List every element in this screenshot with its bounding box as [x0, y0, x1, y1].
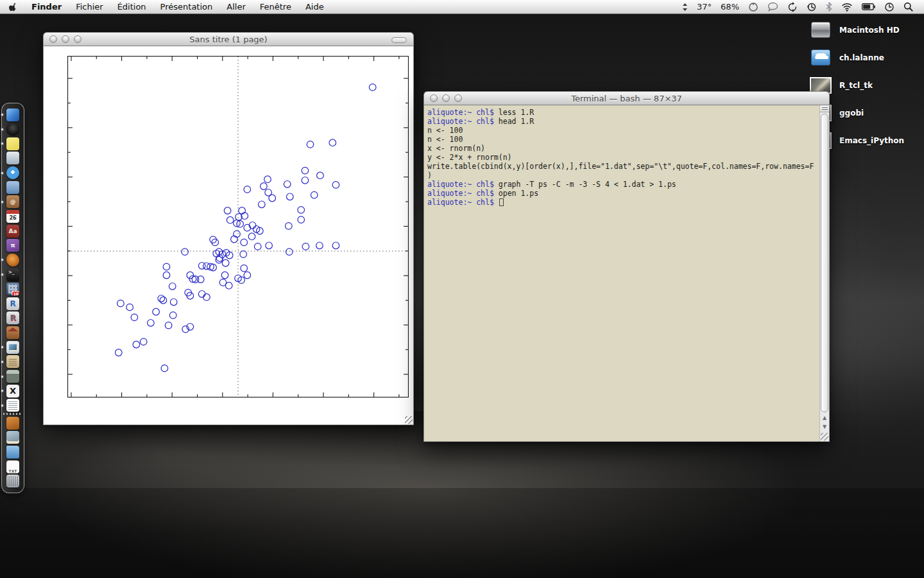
dictionary-icon: Aa: [6, 225, 19, 238]
desktop-icon-ch-lalanne[interactable]: ch.lalanne: [810, 47, 910, 68]
house-icon: [6, 326, 19, 339]
terminal-icon: >_: [6, 268, 19, 281]
temperature-menu-extra[interactable]: 37°: [692, 0, 716, 13]
menu-presentation[interactable]: Présentation: [153, 0, 220, 13]
emacs-icon: [6, 254, 19, 267]
terminal-line: aliquote:~ chl$ open 1.ps: [427, 189, 817, 198]
menu-finder[interactable]: Finder: [24, 0, 69, 13]
running-indicator: [1, 172, 3, 174]
dock-item-dictionary[interactable]: Aa: [6, 224, 20, 238]
dock-item-dashboard[interactable]: [6, 123, 20, 136]
r64-icon: R: [6, 311, 19, 324]
toolbar-toggle-button[interactable]: [391, 37, 407, 43]
menu-extras: 37° 68%: [678, 0, 924, 13]
scatter-plot: [67, 56, 409, 398]
dock-item-documents-folder[interactable]: [6, 445, 20, 459]
scrollbar-thumb[interactable]: [821, 114, 828, 412]
dock-item-aquamacs[interactable]: [6, 370, 20, 383]
dock: @26Aaπ>_10RRXTXT: [1, 103, 24, 493]
menu-aide[interactable]: Aide: [298, 0, 331, 13]
terminal-titlebar[interactable]: Terminal — bash — 87×37: [424, 91, 830, 105]
preview-resize-grip[interactable]: [405, 416, 413, 424]
running-indicator: [1, 405, 3, 407]
running-indicator: [1, 274, 3, 276]
dock-item-finder[interactable]: [6, 108, 20, 121]
desktop-icon-macintosh-hd[interactable]: Macintosh HD: [810, 19, 910, 40]
iphoto-icon: [6, 341, 19, 354]
running-indicator: [1, 128, 3, 130]
stack-orange-icon: [6, 417, 19, 430]
dock-item-textedit[interactable]: [6, 399, 20, 412]
spotlight-icon[interactable]: [899, 0, 918, 13]
sync-icon[interactable]: [783, 0, 802, 13]
trash-icon: [6, 475, 19, 487]
hard-drive-icon: [810, 21, 832, 40]
stack-papers-icon: [6, 431, 19, 444]
r-icon: R: [6, 297, 19, 310]
dock-item-grid-badge[interactable]: 10: [6, 283, 20, 296]
textedit-icon: [6, 399, 19, 412]
clock-icon[interactable]: [880, 0, 899, 13]
menu-edition[interactable]: Édition: [110, 0, 153, 13]
terminal-content[interactable]: aliquote:~ chl$ less 1.Raliquote:~ chl$ …: [424, 105, 830, 442]
dock-item-terminal[interactable]: >_: [6, 268, 20, 281]
running-indicator: [1, 114, 3, 116]
desktop-icon-label: Macintosh HD: [839, 26, 910, 35]
menu-bar: FinderFichierÉditionPrésentationAllerFen…: [0, 0, 924, 14]
stickies-icon: [6, 137, 19, 150]
dock-item-address-book[interactable]: @: [6, 195, 20, 209]
terminal-line: aliquote:~ chl$ head 1.R: [427, 117, 817, 126]
finder-icon: [6, 109, 19, 121]
dock-item-texshop[interactable]: [6, 355, 20, 369]
terminal-line: aliquote:~ chl$ less 1.R: [427, 108, 817, 117]
desktop-icon-label: ggobi: [839, 109, 910, 118]
preview-window: Sans titre (1 page): [43, 32, 414, 425]
grid-badge-icon: 10: [6, 283, 19, 295]
menu-fichier[interactable]: Fichier: [69, 0, 110, 13]
menu-aller[interactable]: Aller: [219, 0, 252, 13]
dock-item-safari[interactable]: [6, 166, 20, 180]
dock-item-house[interactable]: [6, 326, 20, 340]
chat-bubble-icon[interactable]: [763, 0, 783, 13]
desktop-icon-label: Emacs_iPython: [839, 136, 910, 145]
scroll-up-button[interactable]: ▲: [820, 413, 829, 422]
dock-item-stickies[interactable]: [6, 137, 20, 150]
apple-menu[interactable]: [0, 0, 24, 13]
menu-fenetre[interactable]: Fenêtre: [253, 0, 298, 13]
terminal-window: Terminal — bash — 87×37 aliquote:~ chl$ …: [424, 91, 830, 442]
dock-item-emacs[interactable]: [6, 253, 20, 267]
bluetooth-icon[interactable]: [821, 0, 837, 13]
running-indicator: [1, 201, 3, 203]
split-pane-button[interactable]: [820, 105, 829, 112]
dock-item-isync[interactable]: [6, 180, 20, 194]
updown-arrows-icon[interactable]: [678, 0, 692, 13]
running-indicator: [1, 376, 3, 378]
terminal-resize-grip[interactable]: [821, 433, 828, 441]
timer-icon[interactable]: [744, 0, 763, 13]
terminal-line: aliquote:~ chl$: [427, 198, 817, 207]
terminal-scrollbar[interactable]: ▲ ▼: [819, 105, 829, 441]
running-indicator: [1, 259, 3, 261]
dock-item-r[interactable]: R: [6, 297, 20, 310]
wifi-icon[interactable]: [837, 0, 857, 13]
scroll-down-button[interactable]: ▼: [820, 422, 829, 431]
dock-item-ical[interactable]: 26: [6, 209, 20, 223]
running-indicator: [1, 390, 3, 392]
x11-icon: X: [6, 385, 19, 398]
time-machine-icon[interactable]: [802, 0, 821, 13]
preview-titlebar[interactable]: Sans titre (1 page): [43, 32, 414, 46]
terminal-line: n <- 100: [427, 135, 817, 144]
desktop-icon-label: ch.lalanne: [839, 53, 910, 62]
battery-percent-menu-extra[interactable]: 68%: [716, 0, 744, 13]
dock-item-iphoto[interactable]: [6, 340, 20, 354]
dock-item-x11[interactable]: X: [6, 384, 20, 398]
dock-item-stack-orange[interactable]: [6, 416, 20, 430]
dock-item-r64[interactable]: R: [6, 311, 20, 325]
dock-item-mail[interactable]: [6, 152, 20, 165]
dock-item-latexit[interactable]: π: [6, 239, 20, 252]
dock-item-trash[interactable]: [6, 475, 20, 488]
terminal-window-title: Terminal — bash — 87×37: [424, 94, 829, 103]
dock-item-stack-papers[interactable]: [6, 431, 20, 444]
dock-item-text-file[interactable]: TXT: [6, 460, 20, 473]
battery-icon[interactable]: [857, 0, 880, 13]
